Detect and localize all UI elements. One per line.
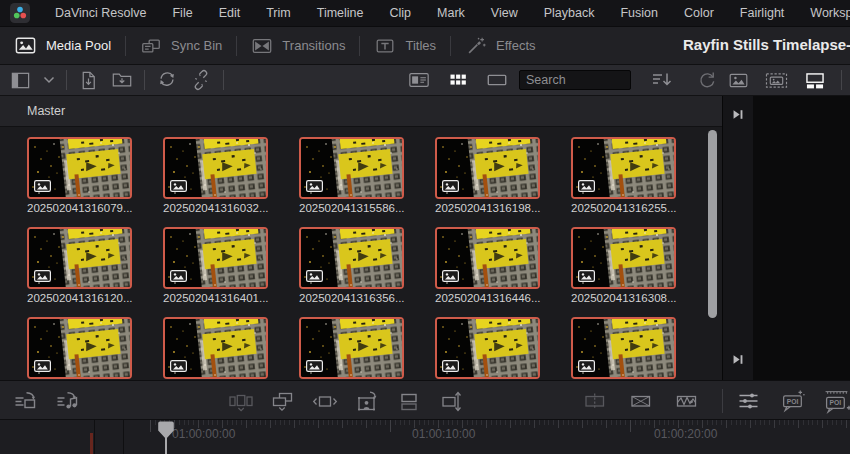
media-clip[interactable] bbox=[27, 317, 163, 380]
tab-effects[interactable]: Effects bbox=[451, 27, 550, 64]
thumbnail-view-icon[interactable] bbox=[442, 70, 474, 90]
still-image-icon bbox=[34, 180, 51, 192]
split-clip-icon[interactable] bbox=[580, 389, 610, 413]
media-clip[interactable]: 202502041316032... bbox=[163, 137, 299, 214]
place-on-top-icon[interactable] bbox=[394, 389, 424, 413]
toolbar-separator bbox=[66, 70, 67, 90]
smooth-cut-icon[interactable] bbox=[672, 389, 702, 413]
vertical-scrollbar[interactable] bbox=[708, 130, 717, 318]
media-clip[interactable] bbox=[299, 317, 435, 380]
clip-thumbnail[interactable] bbox=[163, 317, 268, 379]
davinci-resolve-logo-icon[interactable] bbox=[10, 3, 30, 23]
filmstrip-frame-icon[interactable] bbox=[759, 70, 794, 91]
media-clip[interactable]: 202502041316356... bbox=[299, 227, 435, 304]
menu-edit[interactable]: Edit bbox=[206, 6, 254, 20]
media-clip[interactable]: 202502041316308... bbox=[571, 227, 707, 304]
insert-video-only-icon[interactable] bbox=[10, 389, 40, 413]
search-input[interactable] bbox=[519, 70, 631, 90]
viewer-image-icon[interactable] bbox=[722, 70, 755, 91]
smart-insert-icon[interactable] bbox=[226, 389, 256, 413]
menu-trim[interactable]: Trim bbox=[253, 6, 304, 20]
strip-view-icon[interactable] bbox=[480, 69, 514, 91]
clip-thumbnail[interactable] bbox=[435, 137, 540, 199]
clip-name: 202502041316255... bbox=[571, 202, 703, 214]
media-clip[interactable]: 202502041316198... bbox=[435, 137, 571, 214]
import-folder-icon[interactable] bbox=[105, 69, 139, 91]
menu-view[interactable]: View bbox=[478, 6, 531, 20]
metadata-view-icon[interactable] bbox=[402, 69, 436, 91]
bin-list-toggle-icon[interactable] bbox=[4, 70, 37, 91]
media-clip[interactable] bbox=[571, 317, 707, 380]
media-clip[interactable] bbox=[435, 317, 571, 380]
unlink-icon[interactable] bbox=[184, 69, 218, 91]
import-media-icon[interactable] bbox=[72, 70, 105, 91]
refresh-icon[interactable] bbox=[690, 69, 724, 91]
clip-name: 202502041315586... bbox=[299, 202, 431, 214]
clip-name: 202502041316356... bbox=[299, 292, 431, 304]
ripple-overwrite-icon[interactable] bbox=[310, 389, 340, 413]
tab-titles[interactable]: Titles bbox=[360, 27, 450, 64]
skip-to-end-icon[interactable] bbox=[730, 352, 745, 367]
media-clip[interactable]: 202502041315586... bbox=[299, 137, 435, 214]
menu-mark[interactable]: Mark bbox=[424, 6, 478, 20]
clip-thumbnail[interactable] bbox=[299, 227, 404, 289]
clip-thumbnail[interactable] bbox=[571, 227, 676, 289]
menu-color[interactable]: Color bbox=[671, 6, 727, 20]
skip-to-end-icon[interactable] bbox=[730, 107, 745, 122]
viewer-layout-icon[interactable] bbox=[798, 70, 832, 91]
menu-timeline[interactable]: Timeline bbox=[304, 6, 377, 20]
media-clip[interactable]: 202502041316255... bbox=[571, 137, 707, 214]
menu-fusion[interactable]: Fusion bbox=[607, 6, 671, 20]
menu-bar: DaVinci Resolve File Edit Trim Timeline … bbox=[0, 0, 850, 27]
menu-fairlight[interactable]: Fairlight bbox=[727, 6, 797, 20]
menu-file[interactable]: File bbox=[159, 6, 205, 20]
clip-name: 202502041316198... bbox=[435, 202, 567, 214]
clip-name: 202502041316401... bbox=[163, 292, 295, 304]
append-icon[interactable] bbox=[268, 389, 298, 413]
media-clip[interactable]: 202502041316079... bbox=[27, 137, 163, 214]
clip-thumbnail[interactable] bbox=[571, 137, 676, 199]
tab-media-pool[interactable]: Media Pool bbox=[0, 27, 125, 64]
clip-thumbnail[interactable] bbox=[27, 227, 132, 289]
poi-marker-icon[interactable]: POI bbox=[778, 388, 808, 414]
still-image-icon bbox=[306, 270, 323, 282]
tools-icon[interactable] bbox=[734, 389, 764, 413]
media-clip[interactable] bbox=[163, 317, 299, 380]
add-transition-icon[interactable] bbox=[626, 389, 656, 413]
tab-transitions[interactable]: Transitions bbox=[237, 27, 359, 64]
tab-sync-bin[interactable]: Sync Bin bbox=[126, 27, 236, 64]
menu-playback[interactable]: Playback bbox=[531, 6, 608, 20]
still-image-icon bbox=[306, 360, 323, 372]
ruler-ticks bbox=[150, 420, 850, 432]
tab-sync-bin-label: Sync Bin bbox=[171, 38, 222, 53]
menu-davinci-resolve[interactable]: DaVinci Resolve bbox=[42, 6, 159, 20]
clip-thumbnail[interactable] bbox=[163, 227, 268, 289]
still-image-icon bbox=[170, 270, 187, 282]
still-image-icon bbox=[34, 360, 51, 372]
insert-audio-only-icon[interactable] bbox=[52, 389, 82, 413]
menu-workspace[interactable]: Workspace bbox=[797, 6, 850, 20]
source-overwrite-icon[interactable] bbox=[436, 389, 466, 413]
clip-thumbnail[interactable] bbox=[27, 317, 132, 379]
clip-thumbnail[interactable] bbox=[27, 137, 132, 199]
clip-thumbnail[interactable] bbox=[163, 137, 268, 199]
menu-clip[interactable]: Clip bbox=[377, 6, 425, 20]
media-clip[interactable]: 202502041316120... bbox=[27, 227, 163, 304]
still-image-icon bbox=[578, 180, 595, 192]
clip-thumbnail[interactable] bbox=[299, 137, 404, 199]
poi-add-icon[interactable]: POI bbox=[822, 388, 850, 414]
timeline-ruler[interactable]: 01:00:00:00 01:00:10:00 01:00:20:00 bbox=[0, 420, 850, 454]
media-clip[interactable]: 202502041316401... bbox=[163, 227, 299, 304]
media-pool-icon bbox=[14, 34, 37, 57]
chevron-down-icon[interactable] bbox=[37, 74, 61, 86]
resync-icon[interactable] bbox=[150, 69, 184, 91]
track-header-divider bbox=[94, 420, 95, 454]
sort-order-icon[interactable] bbox=[644, 69, 680, 91]
clip-thumbnail[interactable] bbox=[435, 227, 540, 289]
clip-thumbnail[interactable] bbox=[299, 317, 404, 379]
media-clip[interactable]: 202502041316446... bbox=[435, 227, 571, 304]
clip-thumbnail[interactable] bbox=[435, 317, 540, 379]
clip-thumbnail[interactable] bbox=[571, 317, 676, 379]
close-up-icon[interactable] bbox=[352, 389, 382, 413]
bin-header[interactable]: Master bbox=[0, 96, 722, 127]
